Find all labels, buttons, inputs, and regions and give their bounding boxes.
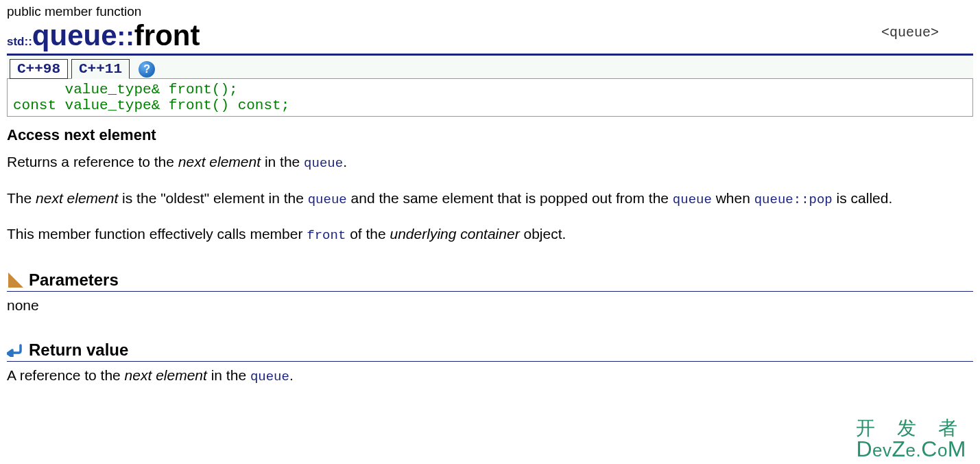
function-signature: value_type& front(); const value_type& f… [7, 78, 973, 117]
link-queue-pop[interactable]: queue::pop [754, 192, 833, 207]
tab-cpp98[interactable]: C++98 [10, 59, 68, 79]
text-fragment: when [712, 190, 754, 206]
header-type-label: public member function [7, 4, 973, 19]
description-p1: Returns a reference to the next element … [7, 152, 973, 172]
description-p2: The next element is the "oldest" element… [7, 189, 973, 209]
text-fragment-italic: underlying container [390, 226, 520, 242]
return-body: A reference to the next element in the q… [7, 366, 973, 386]
title-row: std:: queue :: front [7, 19, 973, 56]
text-fragment-italic: next element [125, 367, 207, 383]
return-arrow-icon [7, 343, 23, 357]
parameters-body: none [7, 296, 973, 314]
text-fragment: in the [261, 154, 304, 170]
watermark-line1: 开 发 者 [856, 419, 966, 438]
tab-cpp11[interactable]: C++11 [71, 59, 130, 79]
text-fragment: . [289, 367, 294, 383]
scope-separator: :: [117, 22, 134, 51]
text-fragment: in the [207, 367, 250, 383]
watermark-char: ev [872, 440, 892, 461]
text-fragment: Returns a reference to the [7, 154, 178, 170]
triangle-icon [8, 272, 23, 288]
link-queue[interactable]: queue [308, 192, 347, 207]
watermark-char: o [937, 440, 948, 461]
section-return: Return value [7, 340, 973, 362]
parameters-title: Parameters [29, 270, 119, 290]
text-fragment: A reference to the [7, 367, 125, 383]
text-fragment: is the "oldest" element in the [118, 190, 307, 206]
class-name: queue [32, 19, 117, 52]
text-fragment: . [343, 154, 347, 170]
scope-prefix: std:: [7, 35, 32, 49]
watermark-char: D [856, 437, 872, 461]
section-parameters: Parameters [7, 270, 973, 292]
watermark-char: e. [906, 440, 922, 461]
link-queue[interactable]: queue [304, 156, 343, 171]
text-fragment: object. [520, 226, 566, 242]
watermark-char: M [948, 437, 966, 461]
text-fragment: and the same element that is popped out … [347, 190, 673, 206]
text-fragment: of the [346, 226, 390, 242]
watermark-line2: DevZe.CoM [856, 438, 966, 460]
header-include-tag: <queue> [881, 25, 939, 40]
description-p3: This member function effectively calls m… [7, 224, 973, 244]
watermark-char: Z [892, 437, 906, 461]
help-icon[interactable]: ? [139, 61, 155, 78]
text-fragment: The [7, 190, 36, 206]
link-queue[interactable]: queue [673, 192, 712, 207]
watermark: 开 发 者 DevZe.CoM [856, 419, 966, 460]
text-fragment: This member function effectively calls m… [7, 226, 307, 242]
link-front[interactable]: front [307, 228, 346, 243]
text-fragment-italic: next element [178, 154, 261, 170]
standard-tabs: C++98 C++11 ? [7, 56, 973, 79]
watermark-char: C [921, 437, 937, 461]
function-name: front [134, 19, 200, 52]
brief-title: Access next element [7, 126, 973, 144]
link-queue[interactable]: queue [250, 369, 289, 384]
return-title: Return value [29, 340, 128, 360]
text-fragment-italic: next element [36, 190, 118, 206]
text-fragment: is called. [833, 190, 893, 206]
